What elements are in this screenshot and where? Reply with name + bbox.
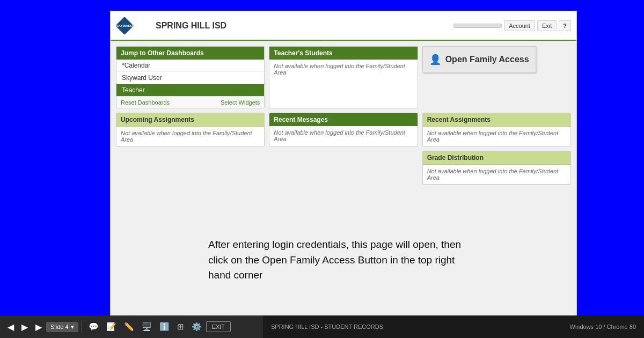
toolbar-separator-1: [82, 320, 82, 333]
dashboard-row-2: Upcoming Assignments Not available when …: [116, 113, 571, 146]
layout-button[interactable]: ⊞: [174, 320, 187, 334]
open-family-access-label: Open Family Access: [445, 55, 529, 64]
open-family-access-widget: 👤 Open Family Access: [422, 46, 571, 108]
jump-to-dashboards-widget: Jump to Other Dashboards *Calendar Skywa…: [116, 46, 265, 108]
jump-item-skyward-user[interactable]: Skyward User: [116, 72, 264, 84]
jump-item-calendar[interactable]: *Calendar: [116, 60, 264, 72]
recent-assignments-unavailable: Not available when logged into the Famil…: [423, 127, 570, 146]
grade-distribution-widget: Grade Distribution Not available when lo…: [422, 151, 571, 185]
prev-slide-button[interactable]: ◀: [4, 320, 17, 334]
grade-distribution-unavailable: Not available when logged into the Famil…: [423, 165, 570, 184]
settings-button[interactable]: ⚙️: [188, 320, 205, 334]
select-widgets-link[interactable]: Select Widgets: [221, 99, 260, 106]
exit-presentation-button[interactable]: EXIT: [206, 321, 231, 332]
status-bar: SPRING HILL ISD - STUDENT RECORDS Window…: [263, 315, 644, 338]
pointer-button[interactable]: ✏️: [121, 320, 137, 334]
svg-text:SKYWARD: SKYWARD: [116, 24, 133, 27]
teachers-students-widget: Teacher's Students Not available when lo…: [269, 46, 418, 108]
teachers-students-header: Teacher's Students: [269, 47, 417, 60]
dashboard-row-3: Grade Distribution Not available when lo…: [116, 151, 571, 185]
recent-messages-header: Recent Messages: [269, 113, 417, 126]
open-family-access-button[interactable]: 👤 Open Family Access: [422, 46, 536, 73]
reset-dashboards-link[interactable]: Reset Dashboards: [121, 99, 170, 106]
next-slide-button[interactable]: ▶: [32, 320, 45, 334]
recent-assignments-widget: Recent Assignments Not available when lo…: [422, 113, 571, 146]
upcoming-assignments-unavailable: Not available when logged into the Famil…: [116, 127, 264, 146]
username-display: [453, 24, 502, 28]
notes-button[interactable]: 📝: [103, 320, 120, 334]
status-right-text: Windows 10 / Chrome 80: [570, 324, 636, 330]
org-name: SPRING HILL ISD: [156, 21, 226, 31]
instructions-text: After entering login credentials, this p…: [208, 237, 466, 283]
dashboard-row-1: Jump to Other Dashboards *Calendar Skywa…: [116, 46, 571, 108]
grade-distribution-header: Grade Distribution: [423, 151, 570, 165]
header-controls: Account Exit ?: [453, 20, 571, 31]
slide-label[interactable]: Slide 4 ▾: [46, 322, 78, 332]
person-icon: 👤: [429, 54, 441, 65]
logo-area: SKYWARD SPRING HILL ISD: [116, 17, 226, 34]
info-button[interactable]: ℹ️: [156, 320, 173, 334]
play-button[interactable]: ▶: [18, 320, 31, 334]
jump-items-list: *Calendar Skyward User Teacher: [116, 60, 264, 97]
exit-button[interactable]: Exit: [537, 20, 557, 31]
teachers-students-unavailable: Not available when logged into the Famil…: [269, 60, 417, 79]
help-button[interactable]: ?: [559, 20, 571, 31]
status-center-text: SPRING HILL ISD - STUDENT RECORDS: [271, 324, 383, 330]
account-button[interactable]: Account: [504, 20, 535, 31]
qa-button[interactable]: 💬: [85, 320, 102, 334]
recent-messages-widget: Recent Messages Not available when logge…: [269, 113, 418, 146]
upcoming-assignments-widget: Upcoming Assignments Not available when …: [116, 113, 265, 146]
recent-assignments-header: Recent Assignments: [423, 113, 570, 127]
jump-item-teacher[interactable]: Teacher: [116, 84, 264, 97]
recent-messages-unavailable: Not available when logged into the Famil…: [269, 126, 417, 145]
chevron-down-icon: ▾: [71, 324, 74, 330]
app-header: SKYWARD SPRING HILL ISD Account Exit ?: [111, 11, 576, 41]
jump-widget-header: Jump to Other Dashboards: [116, 47, 264, 60]
upcoming-assignments-header: Upcoming Assignments: [116, 113, 264, 127]
screen-button[interactable]: 🖥️: [138, 320, 155, 334]
skyward-logo-icon: SKYWARD: [116, 17, 142, 34]
jump-widget-footer: Reset Dashboards Select Widgets: [116, 97, 264, 108]
